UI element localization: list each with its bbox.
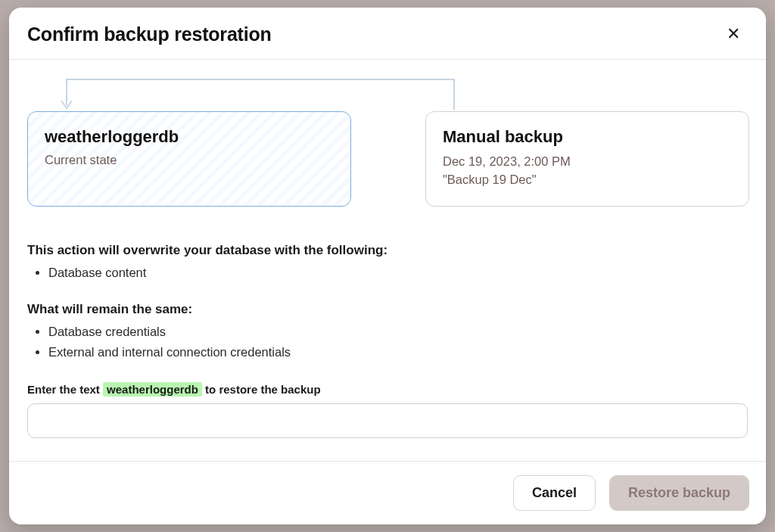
overwrite-heading: This action will overwrite your database… <box>27 243 748 258</box>
list-item: Database credentials <box>48 322 748 341</box>
overwrite-block: This action will overwrite your database… <box>27 243 748 282</box>
confirm-suffix: to restore the backup <box>205 383 321 396</box>
confirm-instruction: Enter the text weatherloggerdb to restor… <box>27 383 748 396</box>
remain-heading: What will remain the same: <box>27 302 748 317</box>
backup-name: "Backup 19 Dec" <box>443 173 537 186</box>
modal-header: Confirm backup restoration ✕ <box>9 8 766 60</box>
modal-footer: Cancel Restore backup <box>9 461 766 524</box>
cancel-button[interactable]: Cancel <box>513 475 596 511</box>
backup-timestamp: Dec 19, 2023, 2:00 PM <box>443 154 571 168</box>
confirm-token: weatherloggerdb <box>103 382 202 397</box>
backup-type: Manual backup <box>443 127 732 147</box>
close-icon: ✕ <box>727 24 740 43</box>
restore-direction-connector <box>36 75 748 111</box>
state-cards: weatherloggerdb Current state Manual bac… <box>27 111 748 207</box>
confirm-input[interactable] <box>27 403 748 438</box>
arrow-icon <box>36 75 460 114</box>
database-name: weatherloggerdb <box>45 127 334 147</box>
modal-title: Confirm backup restoration <box>27 23 272 45</box>
restore-backup-button[interactable]: Restore backup <box>609 475 749 511</box>
restore-backup-modal: Confirm backup restoration ✕ weatherlogg… <box>9 8 766 524</box>
backup-card: Manual backup Dec 19, 2023, 2:00 PM "Bac… <box>425 111 749 207</box>
remain-list: Database credentials External and intern… <box>27 322 748 362</box>
current-state-card: weatherloggerdb Current state <box>27 111 351 207</box>
list-item: External and internal connection credent… <box>48 342 748 362</box>
list-item: Database content <box>48 263 748 282</box>
confirm-prefix: Enter the text <box>27 383 103 396</box>
modal-body: weatherloggerdb Current state Manual bac… <box>9 60 766 461</box>
close-button[interactable]: ✕ <box>722 23 745 45</box>
current-state-label: Current state <box>45 153 334 167</box>
backup-details: Dec 19, 2023, 2:00 PM "Backup 19 Dec" <box>443 153 732 189</box>
remain-block: What will remain the same: Database cred… <box>27 302 748 362</box>
overwrite-list: Database content <box>27 263 748 282</box>
